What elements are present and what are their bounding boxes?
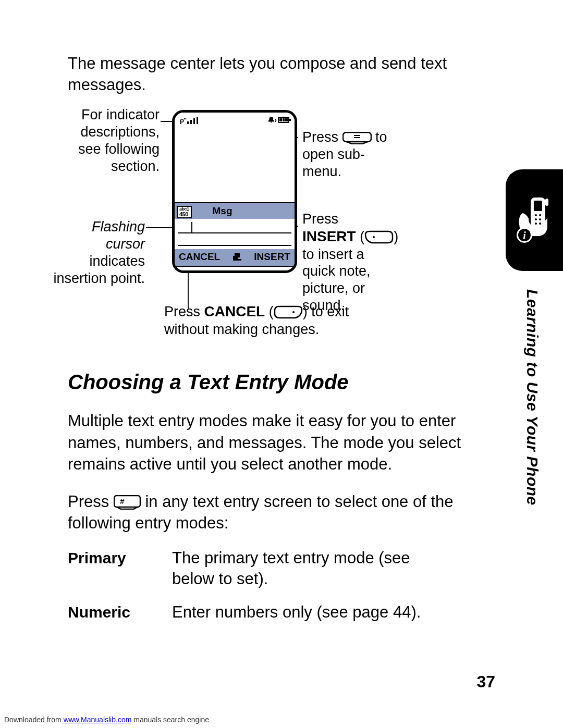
svg-point-15 [292, 311, 295, 313]
svg-text:#: # [120, 497, 125, 505]
left-softkey-icon [274, 305, 303, 319]
footer-text: Downloaded from www.Manualslib.com manua… [4, 715, 209, 724]
callout-insert: Press INSERT () to insert a quick note, … [302, 211, 448, 314]
body-para-2: Press # in any text entry screen to sele… [68, 491, 500, 534]
callout-cursor: Flashing cursor indicates insertion poin… [26, 218, 145, 287]
body-para-1: Multiple text entry modes make it easy f… [68, 410, 500, 475]
svg-point-21 [539, 214, 541, 216]
table-row: Numeric Enter numbers only (see page 44)… [68, 600, 454, 633]
callout-indicators: For indicator descriptions, see followin… [65, 106, 160, 175]
callout-menu: Press to open sub- menu. [302, 129, 438, 180]
svg-text:i: i [523, 230, 526, 241]
svg-point-22 [535, 218, 537, 220]
softkey-cancel: CANCEL [179, 251, 220, 263]
softkey-insert: INSERT [254, 251, 290, 263]
table-row: Primary The primary text entry mode (see… [68, 546, 454, 600]
mode-name: Numeric [68, 600, 172, 633]
svg-rect-13 [354, 137, 360, 138]
screen-diagram: For indicator descriptions, see followin… [68, 105, 495, 350]
status-bar: ρ" 🔔︎› [175, 113, 295, 124]
menu-key-icon [342, 132, 372, 144]
svg-point-14 [373, 236, 375, 238]
phone-screen: ρ" 🔔︎› abc1 450 [172, 110, 297, 273]
screen-title: Msg [213, 205, 232, 217]
right-softkey-icon [364, 230, 394, 244]
section-heading: Choosing a Text Entry Mode [68, 371, 500, 394]
text-input-area [175, 219, 295, 249]
cursor-icon [191, 222, 192, 232]
svg-rect-16 [114, 496, 140, 507]
entry-mode-tag: abc1 450 [177, 206, 192, 218]
mode-name: Primary [68, 546, 172, 600]
svg-point-25 [539, 223, 541, 225]
intro-text: The message center lets you compose and … [68, 53, 500, 95]
page-number: 37 [476, 672, 495, 692]
signal-icon: ρ" [180, 116, 199, 124]
svg-rect-19 [534, 201, 542, 211]
entry-modes-table: Primary The primary text entry mode (see… [68, 546, 454, 634]
hash-key-icon: # [114, 495, 141, 510]
softkey-menu-icon [233, 253, 241, 261]
svg-point-24 [535, 223, 537, 225]
mode-desc: Enter numbers only (see page 44). [172, 600, 454, 633]
svg-rect-26 [545, 199, 548, 206]
callout-cancel: Press CANCEL () to exit without making c… [164, 303, 425, 338]
section-tab: i [506, 169, 563, 271]
phone-info-icon: i [513, 194, 556, 246]
side-section-title: Learning to Use Your Phone [523, 289, 541, 505]
svg-rect-12 [354, 135, 360, 136]
mode-desc: The primary text entry mode (see below t… [172, 546, 454, 600]
svg-point-23 [539, 218, 541, 220]
battery-icon [278, 117, 289, 123]
footer-link[interactable]: www.Manualslib.com [64, 715, 132, 724]
alert-icon: 🔔︎› [267, 116, 276, 124]
svg-point-20 [535, 214, 537, 216]
